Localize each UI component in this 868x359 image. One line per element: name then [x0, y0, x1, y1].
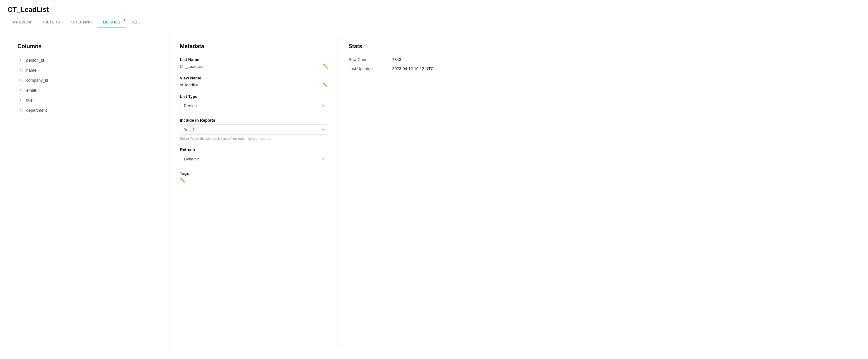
type-text-icon — [18, 97, 23, 103]
view-name-row: ct_leadlist ✏️ — [180, 82, 328, 87]
include-reports-label: Include in Reports — [180, 118, 328, 122]
column-name: person_id — [26, 58, 44, 62]
tags-label: Tags — [180, 171, 328, 176]
stats-panel-title: Stats — [348, 43, 850, 50]
tags-field: Tags ✏️ — [180, 171, 328, 183]
tab-filters[interactable]: FILTERS — [37, 17, 66, 28]
last-updated-value: 2023-04-12 10:12 UTC — [392, 66, 434, 71]
row-count-row: Row Count: 7843 — [348, 57, 850, 62]
row-count-value: 7843 — [392, 57, 401, 62]
list-type-value: Person — [184, 104, 197, 108]
chevron-down-icon: ▾ — [322, 157, 324, 161]
list-name-row: CT_LeadList ✏️ — [180, 64, 328, 69]
list-name-edit-icon[interactable]: ✏️ — [323, 64, 328, 69]
view-name-value: ct_leadlist — [180, 83, 198, 87]
type-text-icon — [18, 57, 23, 63]
tags-edit-icon[interactable]: ✏️ — [180, 177, 185, 183]
refresh-field: Refresh Dynamic ▾ — [180, 147, 328, 164]
list-name-label: List Name — [180, 57, 328, 62]
tab-sql[interactable]: SQL — [126, 17, 146, 28]
page-header: CT_LeadList ⋮ — [0, 0, 868, 14]
metadata-panel-title: Metadata — [180, 43, 328, 50]
metadata-panel: Metadata List Name CT_LeadList ✏️ View N… — [170, 36, 338, 348]
view-name-label: View Name — [180, 76, 328, 80]
include-reports-select[interactable]: Yes 2 ▾ — [180, 125, 328, 135]
refresh-label: Refresh — [180, 147, 328, 152]
list-item: department — [18, 107, 160, 113]
list-item: company_id — [18, 77, 160, 83]
column-name: company_id — [26, 78, 48, 83]
include-reports-hint: Set to Yes to display this list as a fil… — [180, 137, 328, 140]
list-item: title — [18, 97, 160, 103]
chevron-down-icon: ▾ — [322, 104, 324, 108]
type-text-icon — [18, 77, 23, 83]
last-updated-label: Last Updated: — [348, 66, 392, 71]
type-text-icon — [18, 107, 23, 113]
column-name: title — [26, 98, 32, 103]
last-updated-row: Last Updated: 2023-04-12 10:12 UTC — [348, 66, 850, 71]
list-type-select[interactable]: Person ▾ — [180, 101, 328, 111]
list-item: name — [18, 67, 160, 73]
tab-preview[interactable]: PREVIEW — [7, 17, 37, 28]
list-name-field: List Name CT_LeadList ✏️ — [180, 57, 328, 69]
page-title: CT_LeadList — [7, 6, 49, 14]
include-reports-badge: 2 — [192, 127, 194, 132]
column-name: email — [26, 88, 36, 92]
refresh-value: Dynamic — [184, 157, 200, 161]
refresh-select[interactable]: Dynamic ▾ — [180, 154, 328, 164]
list-type-label: List Type — [180, 94, 328, 99]
tab-bar: PREVIEW FILTERS COLUMNS DETAILS 1 SQL — [0, 17, 868, 28]
list-item: person_id — [18, 57, 160, 63]
tab-columns[interactable]: COLUMNS — [66, 17, 98, 28]
include-reports-value: Yes — [184, 127, 190, 132]
view-name-edit-icon[interactable]: ✏️ — [323, 82, 328, 87]
columns-panel-title: Columns — [18, 43, 160, 50]
view-name-field: View Name ct_leadlist ✏️ — [180, 76, 328, 87]
columns-panel: Columns person_id name company_id email … — [7, 36, 170, 348]
list-name-value: CT_LeadList — [180, 64, 203, 69]
column-name: department — [26, 108, 47, 113]
stats-panel: Stats Row Count: 7843 Last Updated: 2023… — [338, 36, 861, 348]
content-area: Columns person_id name company_id email … — [0, 28, 868, 356]
columns-list: person_id name company_id email title de… — [18, 57, 160, 113]
tab-details[interactable]: DETAILS 1 — [97, 17, 126, 28]
row-count-label: Row Count: — [348, 57, 392, 62]
chevron-down-icon: ▾ — [322, 128, 324, 132]
include-reports-field: Include in Reports Yes 2 ▾ Set to Yes to… — [180, 118, 328, 140]
column-name: name — [26, 68, 36, 73]
list-type-field: List Type Person ▾ — [180, 94, 328, 111]
type-text-icon — [18, 87, 23, 93]
list-item: email — [18, 87, 160, 93]
type-text-icon — [18, 67, 23, 73]
details-badge: 1 — [123, 18, 126, 22]
more-icon[interactable]: ⋮ — [52, 6, 57, 13]
